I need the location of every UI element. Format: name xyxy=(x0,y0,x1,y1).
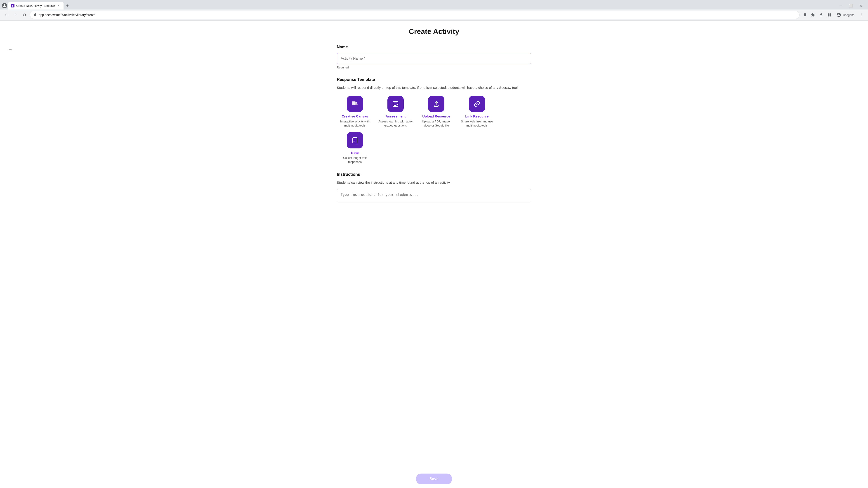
instructions-description: Students can view the instructions at an… xyxy=(337,180,531,185)
svg-rect-1 xyxy=(830,13,831,17)
extensions-button[interactable] xyxy=(809,11,817,19)
note-name: Note xyxy=(351,151,359,155)
note-icon xyxy=(347,132,363,149)
tab-new-btn-area xyxy=(2,3,7,8)
upload-resource-description: Upload a PDF, image, video or Google fil… xyxy=(418,120,454,128)
download-button[interactable] xyxy=(817,11,825,19)
back-page-button[interactable]: ← xyxy=(7,45,13,53)
incognito-button[interactable]: Incognito xyxy=(834,12,857,18)
upload-resource-name: Upload Resource xyxy=(422,114,450,118)
new-tab-button[interactable]: + xyxy=(64,2,71,9)
tool-assessment[interactable]: Assessment Assess learning with auto-gra… xyxy=(377,96,414,128)
minimize-button[interactable]: ─ xyxy=(837,2,844,9)
link-resource-icon xyxy=(469,96,485,112)
back-button[interactable] xyxy=(3,11,10,19)
tool-creative-canvas[interactable]: Creative Canvas Interactive activity wit… xyxy=(337,96,373,128)
response-template-description: Students will respond directly on top of… xyxy=(337,85,531,90)
tab-close-button[interactable]: × xyxy=(57,4,61,8)
profile-button[interactable] xyxy=(2,3,7,8)
instructions-input[interactable] xyxy=(337,189,531,202)
reload-button[interactable] xyxy=(21,11,28,19)
activity-name-input[interactable] xyxy=(337,53,531,64)
menu-button[interactable] xyxy=(858,11,865,19)
browser-chrome: S Create New Activity - Seesaw × + ─ ⬜ ✕ xyxy=(0,0,868,21)
split-screen-button[interactable] xyxy=(826,11,833,19)
page-header: Create Activity xyxy=(337,27,531,36)
forward-button[interactable] xyxy=(12,11,19,19)
tool-upload-resource[interactable]: Upload Resource Upload a PDF, image, vid… xyxy=(418,96,454,128)
svg-rect-0 xyxy=(828,13,829,17)
tab-favicon: S xyxy=(11,4,14,7)
page-wrapper: ← Create Activity Name Required Response… xyxy=(0,21,868,232)
address-input[interactable] xyxy=(39,13,796,17)
required-text: Required xyxy=(337,66,531,69)
tool-link-resource[interactable]: Link Resource Share web links and use mu… xyxy=(459,96,495,128)
response-template-title: Response Template xyxy=(337,77,531,82)
assessment-description: Assess learning with auto-graded questio… xyxy=(377,120,414,128)
maximize-button[interactable]: ⬜ xyxy=(847,2,855,9)
instructions-title: Instructions xyxy=(337,172,531,177)
instructions-section: Instructions Students can view the instr… xyxy=(337,172,531,203)
incognito-label: Incognito xyxy=(842,13,855,17)
lock-icon xyxy=(34,13,37,17)
tab-title: Create New Activity - Seesaw xyxy=(16,4,55,7)
close-window-button[interactable]: ✕ xyxy=(857,2,864,9)
tool-note[interactable]: Note Collect longer text responses xyxy=(337,132,373,164)
active-tab[interactable]: S Create New Activity - Seesaw × xyxy=(8,2,64,9)
creative-canvas-name: Creative Canvas xyxy=(342,114,368,118)
assessment-icon xyxy=(388,96,404,112)
link-resource-name: Link Resource xyxy=(465,114,489,118)
toolbar-actions: Incognito xyxy=(801,11,865,19)
tab-bar: S Create New Activity - Seesaw × + ─ ⬜ ✕ xyxy=(0,0,868,9)
svg-rect-2 xyxy=(352,101,355,105)
address-bar[interactable] xyxy=(30,11,800,19)
bookmark-button[interactable] xyxy=(801,11,809,19)
name-section-title: Name xyxy=(337,45,531,50)
note-description: Collect longer text responses xyxy=(337,156,373,164)
assessment-name: Assessment xyxy=(385,114,405,118)
response-template-section: Response Template Students will respond … xyxy=(337,77,531,164)
page-title: Create Activity xyxy=(337,27,531,36)
upload-resource-icon xyxy=(428,96,444,112)
svg-rect-4 xyxy=(355,104,358,105)
tools-grid: Creative Canvas Interactive activity wit… xyxy=(337,96,531,164)
creative-canvas-icon xyxy=(347,96,363,112)
name-section: Name Required xyxy=(337,45,531,69)
creative-canvas-description: Interactive activity with multimedia too… xyxy=(337,120,373,128)
page-content: Create Activity Name Required Response T… xyxy=(332,21,536,232)
navigation-toolbar: Incognito xyxy=(0,9,868,20)
link-resource-description: Share web links and use multimedia tools xyxy=(459,120,495,128)
svg-rect-3 xyxy=(353,105,356,105)
